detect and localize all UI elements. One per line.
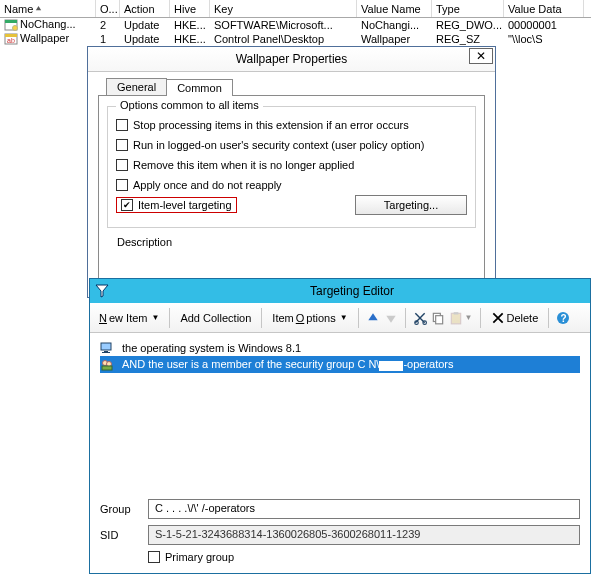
col-type[interactable]: Type — [432, 0, 504, 17]
close-button[interactable]: ✕ — [469, 48, 493, 64]
svg-point-10 — [414, 320, 418, 324]
registry-icon: ab — [4, 32, 18, 46]
te-title: Targeting Editor — [114, 284, 590, 298]
svg-rect-23 — [102, 366, 112, 370]
svg-text:ab: ab — [7, 37, 15, 44]
svg-marker-8 — [368, 313, 377, 320]
group-legend: Options common to all items — [116, 99, 263, 111]
svg-rect-14 — [451, 313, 460, 324]
te-toolbar: New Item▼ Add Collection Item Options▼ ▼… — [90, 303, 590, 333]
paste-icon[interactable] — [449, 311, 463, 325]
group-label: Group — [100, 503, 148, 515]
add-collection-button[interactable]: Add Collection — [177, 310, 254, 326]
table-row[interactable]: NoChang... 2 Update HKE... SOFTWARE\Micr… — [0, 18, 591, 32]
tabstrip: General Common — [106, 78, 495, 95]
svg-marker-7 — [96, 285, 108, 297]
svg-rect-20 — [102, 352, 110, 353]
delete-button[interactable]: Delete — [488, 309, 542, 327]
sid-field: S-1-5-21-3243688314-1360026805-360026801… — [148, 525, 580, 545]
col-order[interactable]: O... — [96, 0, 120, 17]
tab-common[interactable]: Common — [166, 79, 233, 96]
delete-icon — [491, 311, 505, 325]
col-valuedata[interactable]: Value Data — [504, 0, 584, 17]
registry-icon — [4, 18, 18, 32]
col-valuename[interactable]: Value Name — [357, 0, 432, 17]
funnel-icon — [90, 284, 114, 298]
svg-rect-18 — [101, 343, 111, 350]
rule-group-member[interactable]: AND the user is a member of the security… — [100, 356, 580, 373]
col-action[interactable]: Action — [120, 0, 170, 17]
security-group-icon — [100, 358, 116, 372]
item-options-button[interactable]: Item Options▼ — [269, 310, 350, 326]
detail-fields: Group C . . . .\/\' /-operators SID S-1-… — [100, 499, 580, 563]
help-icon[interactable]: ? — [556, 311, 570, 325]
sid-label: SID — [100, 529, 148, 541]
checkbox-stop[interactable] — [116, 119, 128, 131]
primary-group-label: Primary group — [165, 551, 234, 563]
tab-body: Options common to all items Stop process… — [98, 95, 485, 281]
wallpaper-properties-dialog: Wallpaper Properties ✕ General Common Op… — [87, 46, 496, 298]
col-name[interactable]: Name — [0, 0, 96, 17]
targeting-button[interactable]: Targeting... — [355, 195, 467, 215]
common-options-group: Options common to all items Stop process… — [107, 106, 476, 228]
svg-marker-9 — [386, 315, 395, 322]
svg-text:?: ? — [561, 313, 567, 324]
svg-marker-0 — [36, 6, 41, 10]
sort-asc-icon — [35, 5, 42, 12]
description-label: Description — [117, 236, 476, 248]
svg-point-3 — [13, 26, 18, 31]
dialog-titlebar[interactable]: Wallpaper Properties ✕ — [88, 47, 495, 72]
checkbox-apply-once[interactable] — [116, 179, 128, 191]
col-hive[interactable]: Hive — [170, 0, 210, 17]
svg-rect-2 — [5, 20, 17, 23]
group-field[interactable]: C . . . .\/\' /-operators — [148, 499, 580, 519]
svg-rect-15 — [453, 312, 458, 314]
checkbox-remove[interactable] — [116, 159, 128, 171]
checkbox-primary-group[interactable] — [148, 551, 160, 563]
dialog-title: Wallpaper Properties — [236, 52, 348, 66]
move-down-icon[interactable] — [384, 311, 398, 325]
cut-icon[interactable] — [413, 311, 427, 325]
te-titlebar[interactable]: Targeting Editor — [90, 279, 590, 303]
rules-list: the operating system is Windows 8.1 AND … — [90, 333, 590, 379]
new-item-button[interactable]: New Item▼ — [96, 310, 162, 326]
paste-dropdown-icon[interactable]: ▼ — [465, 313, 473, 322]
tab-general[interactable]: General — [106, 78, 167, 95]
item-level-targeting-highlight: Item-level targeting — [116, 197, 237, 213]
grid-header: Name O... Action Hive Key Value Name Typ… — [0, 0, 591, 18]
move-up-icon[interactable] — [366, 311, 380, 325]
checkbox-item-level-targeting[interactable] — [121, 199, 133, 211]
checkbox-context[interactable] — [116, 139, 128, 151]
table-row[interactable]: abWallpaper 1 Update HKE... Control Pane… — [0, 32, 591, 46]
rule-os[interactable]: the operating system is Windows 8.1 — [100, 339, 580, 356]
svg-rect-13 — [435, 315, 442, 323]
copy-icon[interactable] — [431, 311, 445, 325]
svg-rect-19 — [104, 351, 108, 352]
targeting-editor-window: Targeting Editor New Item▼ Add Collectio… — [89, 278, 591, 574]
col-key[interactable]: Key — [210, 0, 357, 17]
os-icon — [100, 341, 116, 355]
